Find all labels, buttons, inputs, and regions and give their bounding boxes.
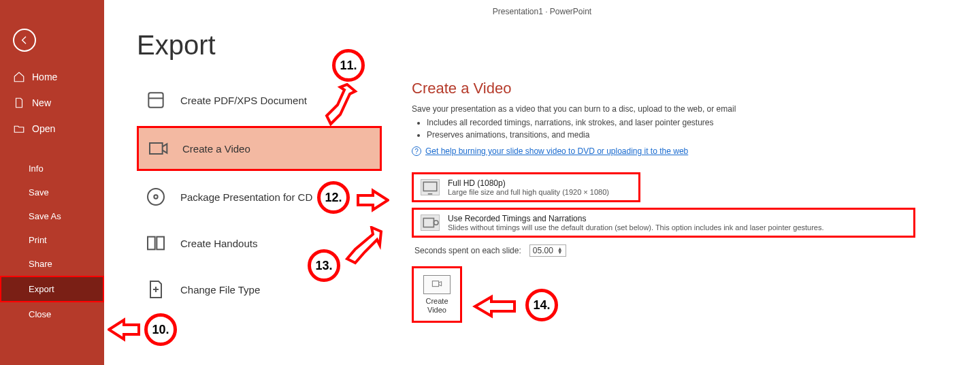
export-type-pdf[interactable]: Create PDF/XPS Document xyxy=(137,80,382,121)
sidebar-item-info[interactable]: Info xyxy=(0,157,104,180)
timings-dropdown-subtitle: Slides without timings will use the defa… xyxy=(448,223,824,232)
export-type-list: Create PDF/XPS Document Create a Video P… xyxy=(137,80,382,323)
sidebar-item-close[interactable]: Close xyxy=(0,302,104,326)
timings-icon xyxy=(421,215,440,231)
export-type-label: Change File Type xyxy=(180,284,260,296)
export-type-filetype[interactable]: Change File Type xyxy=(137,269,382,310)
sidebar-item-label: Save xyxy=(29,187,49,197)
help-link[interactable]: Get help burning your slide show video t… xyxy=(425,146,688,156)
timings-dropdown[interactable]: Use Recorded Timings and Narrations Slid… xyxy=(412,208,915,238)
export-type-cd[interactable]: Package Presentation for CD xyxy=(137,176,382,217)
create-video-label: Create Video xyxy=(425,297,448,314)
detail-bullets: Includes all recorded timings, narration… xyxy=(412,118,953,140)
svg-rect-6 xyxy=(423,182,437,191)
sidebar-item-open[interactable]: Open xyxy=(0,116,104,142)
detail-description: Save your presentation as a video that y… xyxy=(412,104,953,114)
export-type-label: Create Handouts xyxy=(180,238,257,249)
export-type-label: Package Presentation for CD xyxy=(180,191,312,203)
sidebar-item-label: Export xyxy=(29,284,54,294)
backstage-sidebar: Home New Open Info Save Save As Print Sh… xyxy=(0,0,104,365)
sidebar-item-label: Print xyxy=(29,235,47,245)
sidebar-item-label: Close xyxy=(29,309,51,319)
svg-rect-9 xyxy=(432,281,438,287)
svg-rect-5 xyxy=(157,237,164,250)
export-detail-panel: Create a Video Save your presentation as… xyxy=(412,80,980,323)
svg-point-3 xyxy=(154,195,157,198)
svg-rect-0 xyxy=(148,93,163,107)
help-icon: ? xyxy=(412,146,421,156)
help-row: ? Get help burning your slide show video… xyxy=(412,146,953,156)
svg-point-8 xyxy=(434,221,438,225)
video-export-icon xyxy=(423,275,451,294)
sidebar-item-export[interactable]: Export xyxy=(0,276,104,302)
sidebar-item-print[interactable]: Print xyxy=(0,228,104,252)
quality-dropdown[interactable]: Full HD (1080p) Large file size and full… xyxy=(412,172,640,202)
monitor-icon xyxy=(421,179,440,195)
svg-rect-7 xyxy=(423,219,434,227)
detail-title: Create a Video xyxy=(412,80,953,97)
sidebar-item-label: New xyxy=(32,97,51,108)
filetype-icon xyxy=(145,279,167,300)
seconds-row: Seconds spent on each slide: 05.00 ▲▼ xyxy=(414,244,953,257)
cd-icon xyxy=(145,186,167,208)
sidebar-item-new[interactable]: New xyxy=(0,90,104,116)
export-type-video[interactable]: Create a Video xyxy=(137,126,382,171)
spinner-arrows-icon: ▲▼ xyxy=(557,247,563,254)
create-video-button[interactable]: Create Video xyxy=(412,266,462,323)
export-type-label: Create PDF/XPS Document xyxy=(180,95,307,106)
svg-rect-1 xyxy=(150,143,163,154)
open-icon xyxy=(13,123,25,135)
window-title: Presentation1 · PowerPoint xyxy=(104,7,980,16)
sidebar-item-share[interactable]: Share xyxy=(0,252,104,276)
pdf-icon xyxy=(145,89,167,111)
export-type-label: Create a Video xyxy=(182,143,250,155)
seconds-label: Seconds spent on each slide: xyxy=(414,246,521,255)
back-arrow-icon xyxy=(19,35,30,46)
sidebar-item-save-as[interactable]: Save As xyxy=(0,204,104,228)
quality-dropdown-subtitle: Large file size and full high quality (1… xyxy=(448,188,609,196)
sidebar-item-home[interactable]: Home xyxy=(0,64,104,90)
sidebar-item-save[interactable]: Save xyxy=(0,180,104,204)
quality-dropdown-title: Full HD (1080p) xyxy=(448,178,609,188)
detail-bullet: Includes all recorded timings, narration… xyxy=(427,118,953,127)
sidebar-item-label: Open xyxy=(32,123,55,134)
video-icon xyxy=(147,138,169,159)
export-type-handouts[interactable]: Create Handouts xyxy=(137,223,382,264)
sidebar-item-label: Share xyxy=(29,259,52,269)
timings-dropdown-title: Use Recorded Timings and Narrations xyxy=(448,214,824,223)
svg-rect-4 xyxy=(148,237,155,250)
sidebar-item-label: Info xyxy=(29,163,44,174)
sidebar-item-label: Home xyxy=(32,72,57,82)
seconds-value: 05.00 xyxy=(533,246,553,255)
seconds-spinner[interactable]: 05.00 ▲▼ xyxy=(529,244,566,257)
home-icon xyxy=(13,71,25,83)
svg-point-2 xyxy=(148,189,164,205)
page-title: Export xyxy=(137,30,980,61)
detail-bullet: Preserves animations, transitions, and m… xyxy=(427,130,953,140)
content-pane: Presentation1 · PowerPoint Export Create… xyxy=(104,0,980,365)
handouts-icon xyxy=(145,232,167,254)
new-icon xyxy=(13,97,25,109)
sidebar-item-label: Save As xyxy=(29,211,61,221)
back-button[interactable] xyxy=(13,29,36,52)
